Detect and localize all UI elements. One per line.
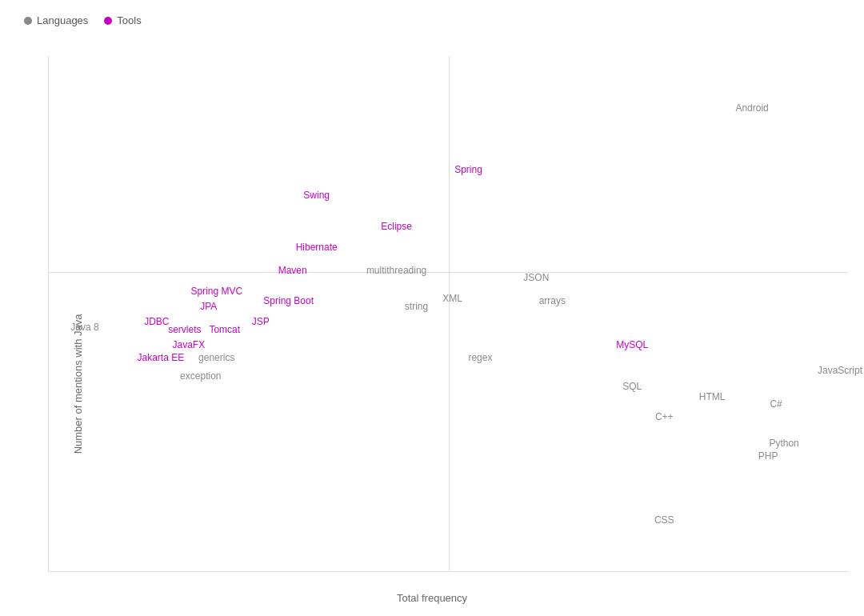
data-label-java-8: Java 8 [70, 322, 98, 333]
divider-vertical [449, 56, 450, 571]
data-label-generics: generics [198, 352, 234, 363]
legend-tools: Tools [104, 14, 141, 26]
data-label-eclipse: Eclipse [381, 221, 412, 232]
data-label-javascript: JavaScript [818, 365, 862, 376]
data-label-sql: SQL [622, 381, 642, 392]
data-label-maven: Maven [278, 265, 307, 276]
data-label-string: string [405, 301, 428, 312]
data-label-jsp: JSP [252, 316, 270, 327]
data-label-multithreading: multithreading [366, 265, 426, 276]
data-label-spring: Spring [454, 164, 482, 175]
data-label-jdbc: JDBC [144, 316, 169, 327]
x-axis-label: Total frequency [397, 592, 467, 604]
data-label-arrays: arrays [539, 295, 566, 306]
data-label-jakarta-ee: Jakarta EE [138, 352, 185, 363]
divider-horizontal [49, 272, 848, 273]
data-label-html: HTML [699, 391, 726, 402]
data-label-python: Python [769, 438, 798, 449]
data-label-php: PHP [758, 450, 778, 462]
data-label-xml: XML [442, 293, 462, 304]
data-label-spring-boot: Spring Boot [263, 295, 314, 306]
data-label-jpa: JPA [200, 301, 217, 312]
data-label-mysql: MySQL [616, 339, 648, 350]
legend-lang-dot [24, 17, 32, 25]
data-label-css: CSS [654, 514, 674, 526]
data-label-swing: Swing [303, 190, 330, 201]
data-label-hibernate: Hibernate [296, 242, 338, 253]
data-label-regex: regex [468, 352, 492, 363]
legend-lang-label: Languages [37, 14, 88, 26]
chart-area: SpringAndroidSwingEclipseHibernateMavenm… [48, 56, 848, 572]
chart-container: Languages Tools Number of mentions with … [0, 0, 864, 616]
data-label-exception: exception [180, 370, 221, 382]
legend: Languages Tools [24, 14, 142, 26]
data-label-spring-mvc: Spring MVC [190, 286, 242, 297]
legend-tool-label: Tools [117, 14, 141, 26]
data-label-javafx: JavaFX [172, 339, 205, 350]
data-label-c++: C++ [655, 411, 674, 422]
data-label-tomcat: Tomcat [209, 324, 240, 335]
data-label-servlets: servlets [168, 324, 201, 335]
legend-languages: Languages [24, 14, 88, 26]
data-label-json: JSON [523, 272, 549, 283]
data-label-c#: C# [770, 398, 782, 410]
legend-tool-dot [104, 17, 112, 25]
data-label-android: Android [735, 102, 768, 114]
